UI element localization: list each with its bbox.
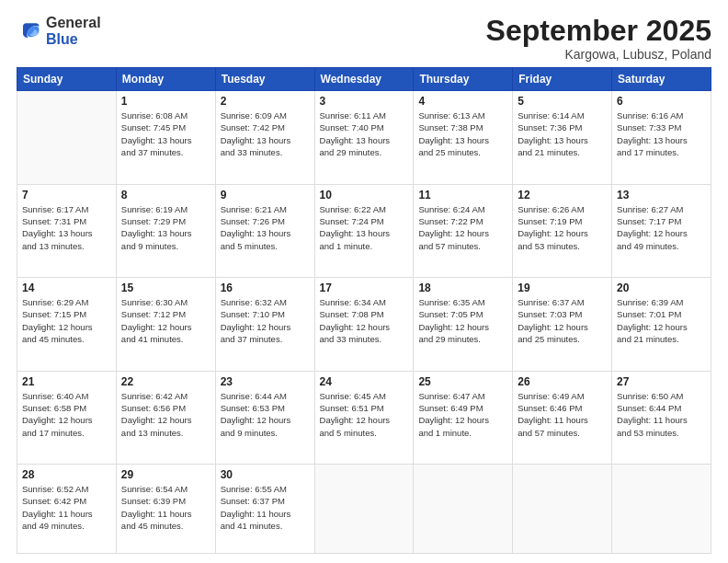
table-cell: 25Sunrise: 6:47 AM Sunset: 6:49 PM Dayli… [414, 371, 513, 465]
col-friday: Friday [513, 68, 612, 91]
day-info: Sunrise: 6:32 AM Sunset: 7:10 PM Dayligh… [221, 296, 310, 345]
col-sunday: Sunday [17, 68, 117, 91]
day-info: Sunrise: 6:39 AM Sunset: 7:01 PM Dayligh… [617, 296, 706, 345]
day-number: 2 [221, 95, 310, 108]
day-number: 24 [320, 375, 409, 388]
table-cell: 24Sunrise: 6:45 AM Sunset: 6:51 PM Dayli… [314, 371, 414, 465]
day-number: 27 [617, 375, 706, 388]
day-number: 7 [22, 189, 111, 201]
table-cell [17, 91, 117, 185]
col-monday: Monday [116, 68, 215, 91]
day-info: Sunrise: 6:49 AM Sunset: 6:46 PM Dayligh… [518, 390, 607, 439]
table-cell: 18Sunrise: 6:35 AM Sunset: 7:05 PM Dayli… [414, 278, 513, 372]
day-info: Sunrise: 6:50 AM Sunset: 6:44 PM Dayligh… [617, 390, 706, 439]
day-info: Sunrise: 6:55 AM Sunset: 6:37 PM Dayligh… [221, 483, 310, 532]
day-info: Sunrise: 6:08 AM Sunset: 7:45 PM Dayligh… [121, 109, 210, 158]
table-cell: 6Sunrise: 6:16 AM Sunset: 7:33 PM Daylig… [612, 91, 711, 185]
day-number: 26 [518, 375, 607, 388]
table-cell: 29Sunrise: 6:54 AM Sunset: 6:39 PM Dayli… [116, 465, 215, 554]
logo-icon [17, 18, 42, 44]
day-info: Sunrise: 6:14 AM Sunset: 7:36 PM Dayligh… [518, 109, 607, 158]
table-cell: 26Sunrise: 6:49 AM Sunset: 6:46 PM Dayli… [513, 371, 612, 465]
day-info: Sunrise: 6:45 AM Sunset: 6:51 PM Dayligh… [320, 390, 409, 439]
calendar-header-row: Sunday Monday Tuesday Wednesday Thursday… [17, 68, 711, 91]
day-number: 5 [518, 95, 607, 108]
day-number: 16 [221, 282, 310, 294]
table-cell: 2Sunrise: 6:09 AM Sunset: 7:42 PM Daylig… [215, 91, 314, 185]
day-info: Sunrise: 6:27 AM Sunset: 7:17 PM Dayligh… [617, 203, 706, 252]
day-number: 11 [418, 189, 507, 201]
table-cell: 19Sunrise: 6:37 AM Sunset: 7:03 PM Dayli… [513, 278, 612, 372]
month-title: September 2025 [486, 15, 711, 47]
day-info: Sunrise: 6:35 AM Sunset: 7:05 PM Dayligh… [418, 296, 507, 345]
day-info: Sunrise: 6:44 AM Sunset: 6:53 PM Dayligh… [221, 390, 310, 439]
day-info: Sunrise: 6:34 AM Sunset: 7:08 PM Dayligh… [320, 296, 409, 345]
day-info: Sunrise: 6:37 AM Sunset: 7:03 PM Dayligh… [518, 296, 607, 345]
table-cell [513, 465, 612, 554]
day-number: 20 [617, 282, 706, 294]
day-number: 21 [22, 375, 111, 388]
day-number: 23 [221, 375, 310, 388]
day-info: Sunrise: 6:54 AM Sunset: 6:39 PM Dayligh… [121, 483, 210, 532]
day-number: 4 [418, 95, 507, 108]
day-info: Sunrise: 6:42 AM Sunset: 6:56 PM Dayligh… [121, 390, 210, 439]
day-info: Sunrise: 6:13 AM Sunset: 7:38 PM Dayligh… [418, 109, 507, 158]
col-saturday: Saturday [612, 68, 711, 91]
day-number: 22 [121, 375, 210, 388]
table-cell: 8Sunrise: 6:19 AM Sunset: 7:29 PM Daylig… [116, 184, 215, 278]
table-cell: 17Sunrise: 6:34 AM Sunset: 7:08 PM Dayli… [314, 278, 414, 372]
day-number: 1 [121, 95, 210, 108]
day-number: 3 [320, 95, 409, 108]
day-info: Sunrise: 6:22 AM Sunset: 7:24 PM Dayligh… [320, 203, 409, 252]
table-cell: 13Sunrise: 6:27 AM Sunset: 7:17 PM Dayli… [612, 184, 711, 278]
day-info: Sunrise: 6:21 AM Sunset: 7:26 PM Dayligh… [221, 203, 310, 252]
day-info: Sunrise: 6:30 AM Sunset: 7:12 PM Dayligh… [121, 296, 210, 345]
day-number: 8 [121, 189, 210, 201]
logo: General Blue [17, 15, 101, 47]
day-number: 6 [617, 95, 706, 108]
logo-general: General [46, 15, 101, 30]
table-cell: 20Sunrise: 6:39 AM Sunset: 7:01 PM Dayli… [612, 278, 711, 372]
table-cell: 28Sunrise: 6:52 AM Sunset: 6:42 PM Dayli… [17, 465, 117, 554]
day-info: Sunrise: 6:17 AM Sunset: 7:31 PM Dayligh… [22, 203, 111, 252]
day-number: 18 [418, 282, 507, 294]
day-info: Sunrise: 6:40 AM Sunset: 6:58 PM Dayligh… [22, 390, 111, 439]
day-info: Sunrise: 6:19 AM Sunset: 7:29 PM Dayligh… [121, 203, 210, 252]
table-cell: 11Sunrise: 6:24 AM Sunset: 7:22 PM Dayli… [414, 184, 513, 278]
day-number: 10 [320, 189, 409, 201]
calendar-table: Sunday Monday Tuesday Wednesday Thursday… [17, 67, 711, 554]
day-number: 30 [221, 468, 310, 481]
table-cell: 12Sunrise: 6:26 AM Sunset: 7:19 PM Dayli… [513, 184, 612, 278]
logo-blue: Blue [46, 31, 78, 47]
table-cell: 23Sunrise: 6:44 AM Sunset: 6:53 PM Dayli… [215, 371, 314, 465]
table-cell [414, 465, 513, 554]
logo-text: General Blue [46, 15, 101, 47]
day-number: 12 [518, 189, 607, 201]
day-info: Sunrise: 6:24 AM Sunset: 7:22 PM Dayligh… [418, 203, 507, 252]
day-info: Sunrise: 6:26 AM Sunset: 7:19 PM Dayligh… [518, 203, 607, 252]
table-cell: 5Sunrise: 6:14 AM Sunset: 7:36 PM Daylig… [513, 91, 612, 185]
title-block: September 2025 Kargowa, Lubusz, Poland [486, 15, 711, 62]
table-cell: 4Sunrise: 6:13 AM Sunset: 7:38 PM Daylig… [414, 91, 513, 185]
table-cell: 10Sunrise: 6:22 AM Sunset: 7:24 PM Dayli… [314, 184, 414, 278]
table-cell: 9Sunrise: 6:21 AM Sunset: 7:26 PM Daylig… [215, 184, 314, 278]
table-cell: 16Sunrise: 6:32 AM Sunset: 7:10 PM Dayli… [215, 278, 314, 372]
table-cell: 7Sunrise: 6:17 AM Sunset: 7:31 PM Daylig… [17, 184, 117, 278]
table-cell: 30Sunrise: 6:55 AM Sunset: 6:37 PM Dayli… [215, 465, 314, 554]
page: General Blue September 2025 Kargowa, Lub… [0, 0, 728, 563]
day-number: 15 [121, 282, 210, 294]
day-info: Sunrise: 6:29 AM Sunset: 7:15 PM Dayligh… [22, 296, 111, 345]
day-number: 14 [22, 282, 111, 294]
day-number: 19 [518, 282, 607, 294]
day-number: 28 [22, 468, 111, 481]
day-info: Sunrise: 6:52 AM Sunset: 6:42 PM Dayligh… [22, 483, 111, 532]
header: General Blue September 2025 Kargowa, Lub… [17, 15, 711, 62]
table-cell: 3Sunrise: 6:11 AM Sunset: 7:40 PM Daylig… [314, 91, 414, 185]
day-info: Sunrise: 6:09 AM Sunset: 7:42 PM Dayligh… [221, 109, 310, 158]
table-cell [612, 465, 711, 554]
col-thursday: Thursday [414, 68, 513, 91]
day-number: 17 [320, 282, 409, 294]
day-number: 9 [221, 189, 310, 201]
table-cell: 22Sunrise: 6:42 AM Sunset: 6:56 PM Dayli… [116, 371, 215, 465]
day-info: Sunrise: 6:11 AM Sunset: 7:40 PM Dayligh… [320, 109, 409, 158]
